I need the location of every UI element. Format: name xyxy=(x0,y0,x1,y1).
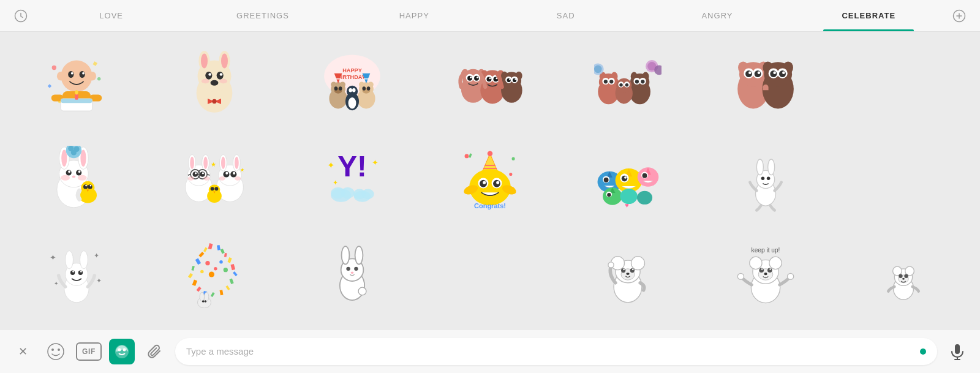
svg-point-109 xyxy=(635,80,639,83)
sticker-bunny-chick[interactable] xyxy=(7,132,145,227)
tab-angry[interactable]: ANGRY xyxy=(641,0,793,31)
svg-point-322 xyxy=(750,257,762,269)
sticker-empty-1 xyxy=(835,37,973,132)
svg-text:✦: ✦ xyxy=(93,251,99,258)
svg-point-100 xyxy=(609,80,613,83)
svg-point-35 xyxy=(202,78,209,83)
svg-rect-346 xyxy=(955,344,960,354)
sticker-bunny-glasses[interactable]: ★ ★ xyxy=(145,132,283,227)
svg-point-81 xyxy=(489,77,491,79)
sticker-bunny-surprised[interactable] xyxy=(145,37,283,132)
svg-text:♥: ♥ xyxy=(625,201,629,208)
sticker-bear-keep-it-up[interactable]: keep it up! xyxy=(697,227,835,322)
tab-sad[interactable]: SAD xyxy=(490,0,641,31)
svg-point-328 xyxy=(770,268,772,270)
svg-point-53 xyxy=(367,86,371,90)
svg-point-29 xyxy=(208,73,211,76)
sticker-bear-small[interactable] xyxy=(835,227,973,322)
svg-rect-276 xyxy=(195,258,200,265)
svg-point-297 xyxy=(204,292,208,301)
svg-rect-271 xyxy=(217,244,221,250)
bottom-bar: ✕ GIF xyxy=(0,329,980,373)
sticker-birthday-cake-man[interactable] xyxy=(7,37,145,132)
sticker-happy-birthday[interactable]: HAPPY BIRTHDAY! xyxy=(283,37,421,132)
tabs-bar: LOVE GREETINGS HAPPY SAD ANGRY CELEBRATE xyxy=(0,0,980,32)
svg-point-345 xyxy=(123,348,126,351)
svg-point-299 xyxy=(204,300,206,303)
svg-point-190 xyxy=(233,171,235,174)
svg-rect-287 xyxy=(219,290,223,295)
svg-point-49 xyxy=(359,81,364,87)
attachment-button[interactable] xyxy=(142,339,168,364)
svg-point-25 xyxy=(201,53,208,68)
svg-point-26 xyxy=(221,53,228,68)
sticker-grid: HAPPY BIRTHDAY! xyxy=(7,37,973,322)
svg-point-61 xyxy=(349,88,352,91)
sticker-area: HAPPY BIRTHDAY! xyxy=(0,32,980,329)
svg-point-154 xyxy=(70,149,76,155)
svg-point-180 xyxy=(203,176,209,180)
svg-rect-5 xyxy=(47,84,51,88)
svg-point-330 xyxy=(738,273,744,279)
svg-rect-270 xyxy=(208,243,213,249)
svg-rect-274 xyxy=(198,252,204,257)
svg-rect-277 xyxy=(227,257,232,263)
svg-point-214 xyxy=(509,173,512,176)
svg-rect-273 xyxy=(220,248,224,254)
svg-point-177 xyxy=(195,172,197,174)
sticker-tiny-bunny[interactable] xyxy=(697,132,835,227)
svg-point-110 xyxy=(641,80,644,83)
svg-rect-284 xyxy=(196,286,201,292)
svg-point-72 xyxy=(477,76,478,78)
tab-love[interactable]: LOVE xyxy=(36,0,187,31)
svg-point-186 xyxy=(235,156,239,168)
svg-rect-280 xyxy=(188,273,193,278)
svg-rect-282 xyxy=(192,279,197,285)
svg-point-268 xyxy=(72,271,74,273)
sticker-bunny-sparkle[interactable]: ✦ ✦ ✦ ✦ xyxy=(7,227,145,322)
history-tab-icon[interactable] xyxy=(6,9,36,23)
svg-text:★: ★ xyxy=(240,167,244,173)
svg-point-235 xyxy=(604,177,609,182)
svg-point-228 xyxy=(496,181,499,184)
svg-point-102 xyxy=(594,65,602,73)
add-tab-button[interactable] xyxy=(944,9,974,23)
message-input[interactable] xyxy=(186,346,915,356)
emoji-button[interactable] xyxy=(43,339,69,364)
sticker-bear-celebrate[interactable] xyxy=(559,227,697,322)
sticker-yahoo[interactable]: Y! ✦ ✦ ✦ xyxy=(283,132,421,227)
svg-point-239 xyxy=(622,175,627,181)
sticker-monster-hug[interactable] xyxy=(697,37,835,132)
svg-point-340 xyxy=(48,344,64,360)
svg-point-244 xyxy=(643,173,647,178)
close-button[interactable]: ✕ xyxy=(10,339,36,364)
svg-point-265 xyxy=(80,251,88,268)
svg-point-293 xyxy=(209,271,214,277)
svg-rect-272 xyxy=(203,247,208,252)
svg-point-302 xyxy=(341,246,349,264)
gif-button[interactable]: GIF xyxy=(76,342,102,361)
mic-button[interactable] xyxy=(944,339,970,364)
svg-point-317 xyxy=(626,273,630,275)
tab-greetings[interactable]: GREETINGS xyxy=(187,0,338,31)
svg-rect-215 xyxy=(469,153,472,158)
svg-point-289 xyxy=(205,261,209,265)
svg-point-148 xyxy=(68,170,70,173)
tab-happy[interactable]: HAPPY xyxy=(339,0,490,31)
svg-point-338 xyxy=(905,274,908,277)
tab-celebrate[interactable]: CELEBRATE xyxy=(793,0,944,31)
sticker-monster-pompom[interactable] xyxy=(559,37,697,132)
svg-point-168 xyxy=(190,156,194,168)
svg-text:Y!: Y! xyxy=(337,150,367,183)
svg-point-179 xyxy=(188,176,194,180)
svg-text:✦: ✦ xyxy=(50,253,56,262)
sticker-bunny-simple[interactable] xyxy=(283,227,421,322)
sticker-confetti[interactable] xyxy=(145,227,283,322)
sticker-button[interactable] xyxy=(109,339,135,364)
sticker-baby-shark-family[interactable]: ♥ xyxy=(559,132,697,227)
sticker-pink-monsters[interactable] xyxy=(421,37,559,132)
svg-point-169 xyxy=(203,156,208,168)
svg-point-128 xyxy=(748,71,752,74)
sticker-congrats-shark[interactable]: Congrats! xyxy=(421,132,559,227)
svg-point-150 xyxy=(72,175,75,178)
